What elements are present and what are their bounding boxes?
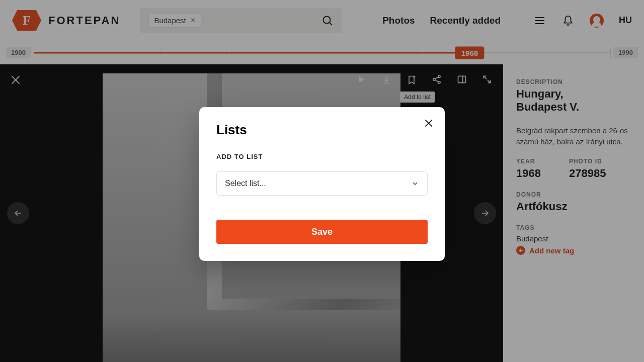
modal-title: Lists	[216, 122, 428, 138]
modal-section-label: ADD TO LIST	[216, 153, 428, 160]
list-select[interactable]: Select list...	[216, 171, 428, 196]
modal-close-button[interactable]	[424, 118, 434, 128]
list-select-placeholder: Select list...	[225, 179, 266, 188]
lists-modal: Lists ADD TO LIST Select list... Save	[199, 107, 445, 261]
save-button[interactable]: Save	[216, 220, 428, 244]
chevron-down-icon	[411, 179, 419, 188]
